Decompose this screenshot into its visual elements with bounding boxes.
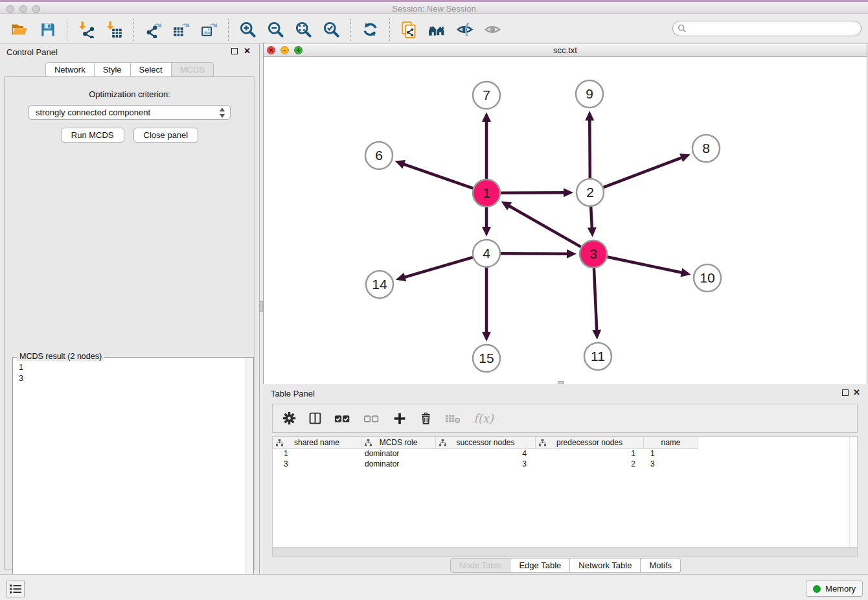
clone-network-icon[interactable] [400, 21, 418, 38]
control-panel: Control Panel ✕ NetworkStyleSelectMCDS O… [0, 44, 260, 574]
show-all-eye-icon[interactable] [484, 21, 501, 38]
add-column-icon[interactable] [393, 411, 407, 426]
delete-columns-icon[interactable] [419, 411, 433, 426]
edge-1-2[interactable] [501, 192, 565, 193]
zoom-fit-icon[interactable] [295, 21, 312, 38]
cell-successor-nodes[interactable]: 3 [436, 459, 536, 470]
tab-style[interactable]: Style [95, 62, 131, 77]
memory-button[interactable]: Memory [806, 581, 863, 597]
export-table-icon[interactable] [172, 21, 190, 38]
edge-arrowhead [567, 249, 577, 259]
edge-arrowhead [592, 330, 601, 340]
cell-MCDS-role[interactable]: dominator [361, 459, 436, 470]
edge-arrowhead [585, 111, 594, 121]
memory-label: Memory [825, 584, 856, 594]
task-history-button[interactable] [6, 581, 25, 597]
zoom-selected-icon[interactable] [323, 21, 340, 38]
edge-4-3[interactable] [501, 253, 568, 254]
column-header-MCDS-role[interactable]: MCDS role [361, 437, 436, 449]
table-scrollbar[interactable] [849, 437, 857, 547]
cell-predecessor-nodes[interactable]: 1 [536, 449, 644, 459]
tab-mcds[interactable]: MCDS [172, 62, 214, 77]
main-toolbar [0, 16, 868, 44]
result-scrollbar[interactable] [246, 358, 253, 597]
cell-shared-name[interactable]: 1 [273, 449, 361, 459]
app-titlebar: Session: New Session [0, 0, 868, 14]
hide-selected-eye-icon[interactable] [456, 21, 474, 38]
node-label-1: 1 [483, 185, 490, 200]
table-options-gear-icon[interactable] [282, 411, 296, 425]
node-table-header: shared nameMCDS rolesuccessor nodesprede… [273, 437, 857, 449]
column-header-shared-name[interactable]: shared name [273, 437, 361, 449]
show-columns-icon[interactable] [308, 411, 322, 425]
toolbar-separator [67, 19, 67, 41]
control-panel-title: Control Panel [6, 47, 58, 57]
run-mcds-button[interactable]: Run MCDS [61, 128, 124, 143]
table-row[interactable]: 1dominator411 [273, 449, 857, 459]
node-table: shared nameMCDS rolesuccessor nodesprede… [272, 436, 858, 548]
column-header-label: successor nodes [436, 438, 535, 447]
edge-3-11[interactable] [594, 268, 597, 331]
search-box[interactable] [672, 21, 862, 36]
edge-3-1[interactable] [508, 205, 581, 247]
close-panel-icon[interactable]: ✕ [244, 46, 251, 56]
table-hscroll-trough[interactable] [272, 548, 858, 557]
first-neighbors-icon[interactable] [428, 21, 446, 38]
float-panel-icon[interactable] [231, 48, 238, 54]
cell-predecessor-nodes[interactable]: 2 [536, 459, 644, 470]
vertical-splitter-handle[interactable] [260, 301, 263, 312]
edge-2-9[interactable] [589, 119, 590, 178]
tab-motifs[interactable]: Motifs [641, 558, 681, 573]
app-title: Session: New Session [0, 4, 868, 14]
edge-4-14[interactable] [404, 257, 472, 277]
tab-network-table[interactable]: Network Table [570, 558, 641, 573]
table-toolbar: f(x) [272, 404, 858, 433]
edge-2-8[interactable] [604, 157, 683, 187]
cell-shared-name[interactable]: 3 [273, 459, 361, 470]
search-icon [678, 24, 687, 33]
open-session-icon[interactable] [11, 21, 29, 38]
export-network-icon[interactable] [144, 21, 162, 38]
table-panel-title: Table Panel [271, 389, 315, 398]
network-window-titlebar[interactable]: ✕ − + scc.txt [264, 43, 867, 57]
criterion-dropdown[interactable]: strongly connected component [29, 105, 231, 120]
tab-select[interactable]: Select [131, 62, 172, 77]
network-canvas[interactable]: 7968124314101511 [264, 58, 867, 384]
select-all-columns-icon[interactable] [334, 413, 351, 424]
zoom-out-icon[interactable] [267, 21, 284, 38]
save-session-icon[interactable] [39, 21, 56, 38]
node-label-11: 11 [591, 349, 605, 363]
import-network-icon[interactable] [78, 21, 95, 38]
export-image-icon[interactable] [200, 21, 218, 38]
refresh-layout-icon[interactable] [361, 21, 379, 38]
mcds-result-list[interactable]: 13 [13, 358, 253, 389]
cell-name[interactable]: 1 [644, 449, 698, 459]
edge-3-10[interactable] [608, 257, 683, 273]
memory-status-icon [813, 585, 821, 593]
list-icon [9, 584, 22, 594]
edge-2-3[interactable] [591, 207, 592, 229]
control-panel-tabs: NetworkStyleSelectMCDS [0, 62, 259, 77]
table-row[interactable]: 3dominator323 [273, 459, 857, 470]
cell-name[interactable]: 3 [644, 459, 698, 470]
edge-1-6[interactable] [403, 164, 473, 189]
tab-network[interactable]: Network [45, 62, 95, 77]
search-input[interactable] [687, 22, 861, 35]
mcds-tab-content: Optimization criterion: strongly connect… [4, 76, 255, 570]
zoom-in-icon[interactable] [239, 21, 257, 38]
float-table-panel-icon[interactable] [842, 389, 849, 396]
import-table-icon[interactable] [106, 21, 123, 38]
tab-node-table[interactable]: Node Table [450, 558, 511, 573]
deselect-all-columns-icon[interactable] [363, 413, 380, 424]
tab-edge-table[interactable]: Edge Table [510, 558, 570, 573]
status-bar: Memory [0, 574, 868, 600]
column-header-successor-nodes[interactable]: successor nodes [436, 437, 536, 449]
cell-MCDS-role[interactable]: dominator [361, 449, 436, 459]
column-header-name[interactable]: name [644, 437, 698, 449]
column-header-predecessor-nodes[interactable]: predecessor nodes [536, 437, 644, 449]
close-table-panel-icon[interactable]: ✕ [853, 387, 860, 397]
node-label-15: 15 [479, 351, 494, 365]
node-label-3: 3 [589, 246, 597, 261]
close-panel-button[interactable]: Close panel [133, 128, 199, 143]
cell-successor-nodes[interactable]: 4 [436, 449, 536, 459]
